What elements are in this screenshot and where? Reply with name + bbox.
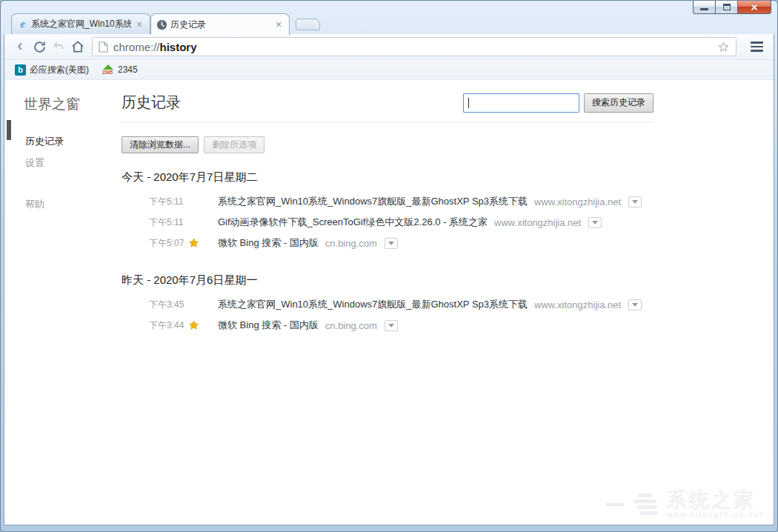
history-entry: 下午3:44 微软 Bing 搜索 - 国内版 cn.bing.com [122,315,654,336]
history-header: 历史记录 搜索历史记录 [122,93,654,122]
tab-title: 历史记录 [170,19,270,31]
clear-browsing-data-button[interactable]: 清除浏览数据... [122,136,199,153]
page-title: 历史记录 [122,93,181,113]
minimize-icon [700,8,708,10]
entry-time: 下午5:11 [149,216,187,229]
history-entry: 下午5:07 微软 Bing 搜索 - 国内版 cn.bing.com [122,233,654,253]
history-entry: 下午5:11 Gif动画录像软件下载_ScreenToGif绿色中文版2.26.… [122,212,654,233]
url-text: chrome://history [113,41,717,53]
clock-icon [156,19,167,30]
reload-icon [33,40,47,54]
site-favicon-icon: e [17,19,28,30]
history-group-yesterday: 昨天 - 2020年7月6日星期一 下午3:45 系统之家官网_Win10系统_… [122,273,654,336]
chevron-down-icon [388,242,394,245]
entries: 下午5:11 系统之家官网_Win10系统_Windows7旗舰版_最新Ghos… [122,191,654,253]
tab-close-icon[interactable]: × [273,20,284,29]
undo-button[interactable] [49,37,68,56]
window-controls [693,1,771,14]
tab-close-icon[interactable]: × [134,20,144,29]
titlebar: e 系统之家官网_Win10系统 × 历史记录 × [4,1,774,34]
tab-xitongzhijia[interactable]: e 系统之家官网_Win10系统 × [11,13,150,34]
undo-icon [52,40,65,53]
chevron-down-icon [632,303,638,307]
bookmark-label: 2345 [118,64,138,75]
url-scheme: chrome:// [113,41,160,53]
entry-actions-dropdown[interactable] [588,217,602,228]
menu-icon [751,41,763,44]
search-wrap [463,93,579,113]
entry-actions-dropdown[interactable] [628,196,642,207]
entry-actions-dropdown[interactable] [385,238,398,249]
bookmark-bing[interactable]: b 必应搜索(美图) [15,64,89,76]
watermark-subtext: www.xitongzhijia.net [667,511,763,519]
maximize-icon [723,4,731,10]
sidebar-item-help[interactable]: 帮助 [4,193,122,215]
bookmark-star-icon[interactable] [717,41,730,53]
history-entry: 下午5:11 系统之家官网_Win10系统_Windows7旗舰版_最新Ghos… [122,191,654,212]
entry-time: 下午3:45 [149,299,187,311]
chevron-down-icon [632,200,638,204]
favicon-slot [187,299,202,310]
entry-title-link[interactable]: 微软 Bing 搜索 - 国内版 [218,236,319,250]
entry-domain: www.xitongzhijia.net [494,217,581,228]
address-bar[interactable]: chrome://history [92,37,737,56]
browser-client-area: ‹ chrome://history [4,34,774,525]
home-button[interactable] [68,37,87,56]
maximize-button[interactable] [715,1,737,14]
watermark-dash [606,503,624,506]
remove-selected-button[interactable]: 删除所选项 [204,136,265,153]
new-tab-button[interactable] [296,19,320,30]
sidebar-menu: 历史记录 设置 帮助 [4,130,122,215]
entry-actions-dropdown[interactable] [628,299,642,310]
entry-title-link[interactable]: 系统之家官网_Win10系统_Windows7旗舰版_最新GhostXP Sp3… [218,298,528,311]
url-host: history [160,41,197,53]
entry-domain: www.xitongzhijia.net [534,196,621,207]
sidebar-item-settings[interactable]: 设置 [4,152,122,173]
entry-time: 下午5:11 [149,196,187,208]
history-group-today: 今天 - 2020年7月7日星期二 下午5:11 系统之家官网_Win10系统_… [122,170,654,253]
bing-icon: b [15,64,26,76]
reload-button[interactable] [30,37,49,56]
favicon-slot [187,196,202,207]
2345-site-icon: 2345 [102,64,114,76]
tab-strip: e 系统之家官网_Win10系统 × 历史记录 × [4,13,320,34]
menu-button[interactable] [745,38,768,56]
watermark-text: 系统之家 [667,490,756,511]
chevron-down-icon [388,324,394,327]
navigation-toolbar: ‹ chrome://history [4,34,774,60]
bookmarks-bar: b 必应搜索(美图) 2345 2345 [4,60,774,80]
sidebar-item-history[interactable]: 历史记录 [4,130,122,152]
text-caret [468,98,469,108]
tab-history[interactable]: 历史记录 × [150,13,290,35]
bookmark-2345[interactable]: 2345 2345 [102,64,138,76]
entry-domain: cn.bing.com [325,238,377,249]
entry-title-link[interactable]: Gif动画录像软件下载_ScreenToGif绿色中文版2.26.0 - 系统之… [218,216,488,229]
xitongzhijia-watermark: 系统之家 www.xitongzhijia.net [606,490,763,519]
back-button[interactable]: ‹ [10,37,30,56]
entry-actions-dropdown[interactable] [385,320,398,331]
search-history-button[interactable]: 搜索历史记录 [584,93,654,113]
history-main: 历史记录 搜索历史记录 清除浏览数据... 删除所选项 今天 - 2020年7月… [122,80,654,525]
bookmark-label: 必应搜索(美图) [30,64,89,76]
close-icon [750,3,759,12]
entry-title-link[interactable]: 微软 Bing 搜索 - 国内版 [218,319,319,332]
home-icon [70,39,85,54]
entry-domain: www.xitongzhijia.net [534,299,621,310]
history-page: 世界之窗 历史记录 设置 帮助 历史记录 搜索历史记录 清除浏 [4,80,774,525]
chevron-down-icon [592,221,598,225]
browser-brand-label: 世界之窗 [24,95,122,114]
favicon-slot [187,216,202,228]
page-icon [99,41,108,53]
history-search-input[interactable] [463,93,579,113]
bookmark-star-icon [187,237,202,249]
close-button[interactable] [737,1,771,14]
browser-window: e 系统之家官网_Win10系统 × 历史记录 × ‹ [0,0,778,532]
house-logo-icon [630,491,662,518]
entry-domain: cn.bing.com [325,320,377,331]
group-heading: 今天 - 2020年7月7日星期二 [122,170,654,184]
entry-title-link[interactable]: 系统之家官网_Win10系统_Windows7旗舰版_最新GhostXP Sp3… [218,195,528,208]
history-sidebar: 世界之窗 历史记录 设置 帮助 [4,80,122,525]
entry-time: 下午5:07 [149,237,187,250]
entries: 下午3:45 系统之家官网_Win10系统_Windows7旗舰版_最新Ghos… [122,294,654,336]
minimize-button[interactable] [693,1,715,14]
